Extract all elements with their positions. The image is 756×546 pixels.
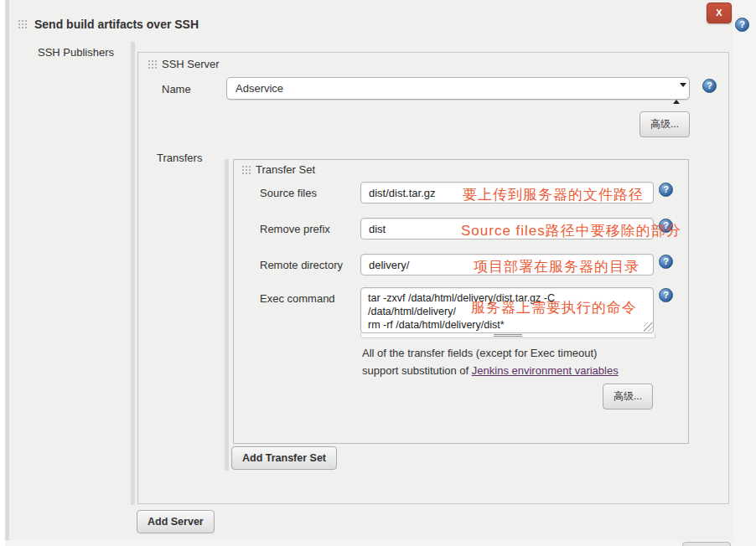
help-icon[interactable]: ?: [702, 79, 717, 93]
publisher-title: Send build artifacts over SSH: [34, 18, 199, 31]
transfer-fields-note: All of the transfer fields (except for E…: [362, 344, 664, 379]
source-files-label: Source files: [260, 187, 317, 199]
ssh-publishers-label: SSH Publishers: [38, 46, 114, 59]
help-icon[interactable]: ?: [659, 255, 673, 269]
transfer-set-label: Transfer Set: [256, 163, 315, 176]
transfer-chunk-drag-stripe[interactable]: [225, 159, 229, 471]
help-icon[interactable]: ?: [659, 219, 673, 233]
help-icon[interactable]: ?: [659, 288, 673, 302]
remote-directory-label: Remote directory: [260, 259, 343, 271]
remove-prefix-label: Remove prefix: [260, 223, 330, 235]
add-transfer-set-button[interactable]: Add Transfer Set: [231, 446, 337, 470]
textarea-resize-grip[interactable]: [644, 322, 653, 332]
select-spinner-icon: [673, 83, 681, 95]
name-label: Name: [162, 83, 191, 95]
note-line1: All of the transfer fields (except for E…: [362, 344, 664, 362]
publishers-chunk-drag-stripe[interactable]: [131, 42, 135, 505]
outer-chunk-drag-stripe[interactable]: [5, 0, 9, 540]
help-icon[interactable]: ?: [659, 183, 673, 197]
remote-directory-input[interactable]: [360, 254, 654, 276]
jenkins-env-variables-link[interactable]: Jenkins environment variables: [472, 364, 619, 377]
exec-command-textarea[interactable]: tar -zxvf /data/html/delivery/dist.tar.g…: [360, 287, 654, 333]
drag-handle-icon[interactable]: [17, 18, 28, 30]
name-select[interactable]: Adservice: [226, 77, 690, 100]
name-select-value: Adservice: [236, 82, 283, 95]
add-server-button[interactable]: Add Server: [137, 510, 215, 533]
delete-publisher-button[interactable]: X: [707, 3, 732, 23]
drag-handle-icon[interactable]: [241, 164, 252, 176]
transfers-label: Transfers: [157, 152, 202, 164]
drag-handle-icon[interactable]: [147, 59, 158, 70]
exec-command-label: Exec command: [260, 292, 335, 305]
ssh-server-label: SSH Server: [162, 58, 220, 70]
source-files-input[interactable]: [360, 182, 654, 203]
textarea-drag-bar[interactable]: [360, 333, 655, 338]
server-advanced-button[interactable]: 高级...: [639, 111, 690, 137]
help-icon[interactable]: ?: [735, 18, 749, 32]
partially-visible-button[interactable]: [682, 542, 731, 546]
remove-prefix-input[interactable]: [360, 218, 654, 240]
transfer-advanced-button[interactable]: 高级...: [603, 384, 653, 410]
note-line2: support substitution of Jenkins environm…: [362, 362, 664, 379]
